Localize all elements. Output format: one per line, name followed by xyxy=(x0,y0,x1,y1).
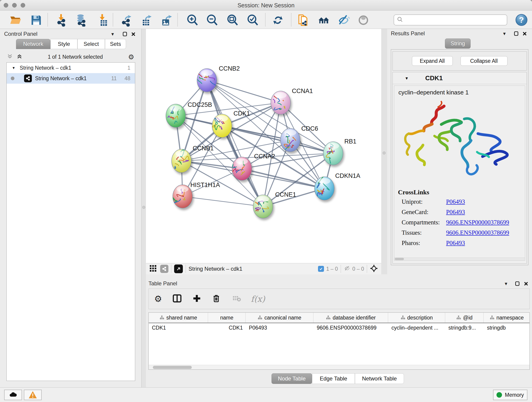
export-table-button[interactable] xyxy=(139,14,152,27)
maximize-panel-icon[interactable] xyxy=(514,31,519,37)
search-input[interactable] xyxy=(403,17,502,23)
string-view-icon[interactable] xyxy=(160,265,168,273)
delete-table-icon[interactable] xyxy=(232,294,241,304)
open-session-button[interactable] xyxy=(9,14,22,27)
network-edge[interactable] xyxy=(207,80,281,103)
memory-button[interactable]: Memory xyxy=(493,390,527,400)
tree-expander-icon[interactable]: ▾ xyxy=(13,65,15,70)
search-bar[interactable] xyxy=(394,14,507,26)
maximize-panel-icon[interactable] xyxy=(515,281,520,287)
zoom-in-button[interactable] xyxy=(186,14,199,27)
zoom-out-button[interactable] xyxy=(206,14,219,27)
apply-layout-button[interactable] xyxy=(271,14,285,27)
network-node-hist1h1a[interactable]: HIST1H1A xyxy=(172,182,220,208)
tab-style[interactable]: Style xyxy=(51,39,77,49)
annotations-button[interactable] xyxy=(296,14,310,27)
collapse-all-icon[interactable] xyxy=(7,53,13,60)
close-panel-icon[interactable] xyxy=(522,31,527,37)
add-column-icon[interactable] xyxy=(192,294,201,304)
table-row[interactable]: CDK1 CDK1 P06493 9606.ENSP00000378699 cy… xyxy=(149,323,530,332)
crosslink-value-link[interactable]: P06493 xyxy=(446,209,465,216)
network-node-ccne1[interactable]: CCNE1 xyxy=(253,191,296,218)
cell-database-identifier[interactable]: 9606.ENSP00000378699 xyxy=(313,325,388,331)
network-edge[interactable] xyxy=(183,196,263,206)
tab-edge-table[interactable]: Edge Table xyxy=(312,373,355,384)
cloud-icon xyxy=(8,390,18,400)
delete-column-trash-icon[interactable] xyxy=(211,294,221,304)
column-header-database-identifier[interactable]: database identifier xyxy=(313,313,388,323)
warnings-button[interactable] xyxy=(24,390,42,400)
horizontal-scrollbar[interactable] xyxy=(394,258,525,260)
float-panel-icon[interactable]: ▾ xyxy=(503,31,506,37)
selected-checkbox-icon[interactable] xyxy=(318,266,324,272)
expand-all-icon[interactable] xyxy=(17,53,22,60)
cell-shared-name[interactable]: CDK1 xyxy=(149,325,208,331)
table-options-gear-icon[interactable]: ⚙ xyxy=(154,294,162,304)
network-canvas[interactable]: CCNB2CCNA1CDC25BCDK1CDC6RB1CCNB1CCNA2CDK… xyxy=(146,29,381,263)
crosslink-value-link[interactable]: 9606.ENSP00000378699 xyxy=(446,219,509,226)
network-node-ccna1[interactable]: CCNA1 xyxy=(271,88,313,114)
grid-view-icon[interactable] xyxy=(149,264,157,273)
import-table-button[interactable] xyxy=(95,14,109,27)
column-header-name[interactable]: name xyxy=(208,313,246,323)
network-options-gear-icon[interactable]: ⚙ xyxy=(128,53,134,61)
cell-canonical-name[interactable]: P06493 xyxy=(246,325,313,331)
function-builder-icon[interactable]: f(x) xyxy=(251,294,265,304)
zoom-fit-button[interactable] xyxy=(226,14,239,27)
network-row[interactable]: String Network – cdk1 11 48 xyxy=(7,73,135,84)
cell-name[interactable]: CDK1 xyxy=(208,325,246,331)
tab-node-table[interactable]: Node Table xyxy=(272,373,312,384)
splitter-handle[interactable] xyxy=(383,152,386,154)
export-image-button[interactable] xyxy=(159,14,172,27)
right-splitter[interactable] xyxy=(381,29,387,274)
show-details-button[interactable] xyxy=(357,14,370,27)
show-columns-icon[interactable] xyxy=(172,293,182,304)
cell-namespace[interactable]: stringdb xyxy=(484,325,530,331)
network-collection-row[interactable]: ▾ String Network – cdk1 1 xyxy=(7,63,135,73)
export-network-button[interactable] xyxy=(120,14,133,27)
column-header-description[interactable]: description xyxy=(388,313,445,323)
scrollbar-thumb[interactable] xyxy=(395,258,404,260)
tab-network-table[interactable]: Network Table xyxy=(355,373,404,384)
cell-id[interactable]: stringdb:9... xyxy=(445,325,484,331)
tab-string[interactable]: String xyxy=(445,38,471,49)
table-horizontal-scrollbar[interactable] xyxy=(149,365,530,370)
tab-select[interactable]: Select xyxy=(77,39,105,49)
column-header-canonical-name[interactable]: canonical name xyxy=(246,313,313,323)
hide-details-button[interactable] xyxy=(337,14,350,27)
graphics-details-button[interactable] xyxy=(317,14,330,27)
network-node-rb1[interactable]: RB1 xyxy=(323,138,356,165)
close-panel-icon[interactable] xyxy=(524,281,529,287)
help-button[interactable]: ? xyxy=(515,13,528,27)
collapse-all-button[interactable]: Collapse All xyxy=(461,56,507,66)
scrollbar-thumb[interactable] xyxy=(153,366,192,369)
crosslink-value-link[interactable]: P06493 xyxy=(446,240,465,247)
column-header-shared-name[interactable]: shared name xyxy=(149,313,208,323)
network-node-cdkn1a[interactable]: CDKN1A xyxy=(315,172,360,200)
save-session-button[interactable] xyxy=(30,14,43,27)
tab-sets[interactable]: Sets xyxy=(105,39,126,49)
left-splitter[interactable] xyxy=(142,29,146,387)
section-collapse-icon[interactable]: ▾ xyxy=(405,75,408,81)
open-in-new-icon[interactable] xyxy=(174,264,183,273)
maximize-panel-icon[interactable] xyxy=(122,32,127,38)
column-header-id[interactable]: @id xyxy=(445,313,484,323)
float-panel-icon[interactable]: ▾ xyxy=(505,281,507,287)
import-network-database-button[interactable] xyxy=(75,14,88,27)
hidden-eye-icon[interactable] xyxy=(344,265,351,273)
splitter-handle[interactable] xyxy=(142,206,145,209)
crosslink-value-link[interactable]: P06493 xyxy=(446,198,465,205)
close-panel-icon[interactable] xyxy=(131,32,136,38)
pan-crosshair-icon[interactable] xyxy=(370,264,378,274)
cloud-status-button[interactable] xyxy=(4,390,22,400)
protein-section-header[interactable]: ▾ CDK1 xyxy=(393,72,526,84)
tab-network[interactable]: Network xyxy=(16,39,51,49)
expand-all-button[interactable]: Expand All xyxy=(412,56,453,66)
open-folder-icon xyxy=(9,14,22,27)
cell-description[interactable]: cyclin–dependent ... xyxy=(388,325,445,331)
zoom-selected-button[interactable] xyxy=(246,14,259,27)
float-panel-icon[interactable]: ▾ xyxy=(111,31,114,37)
import-network-file-button[interactable] xyxy=(55,14,69,27)
column-header-namespace[interactable]: namespace xyxy=(484,313,530,323)
crosslink-value-link[interactable]: 9606.ENSP00000378699 xyxy=(446,229,509,236)
